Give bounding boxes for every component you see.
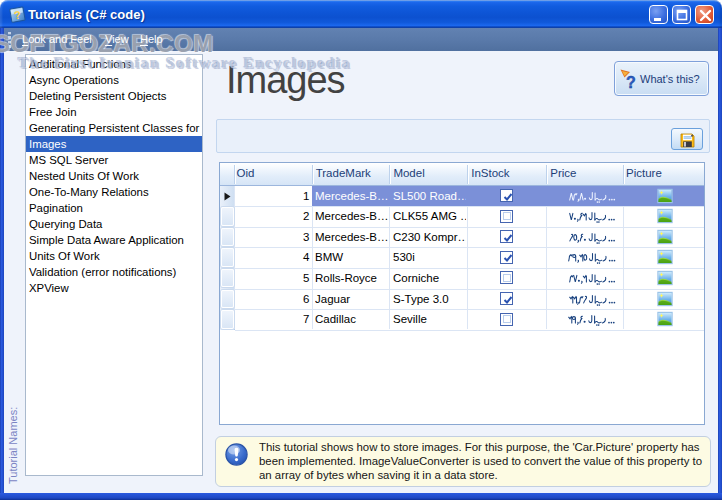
- svg-text:?: ?: [626, 74, 636, 91]
